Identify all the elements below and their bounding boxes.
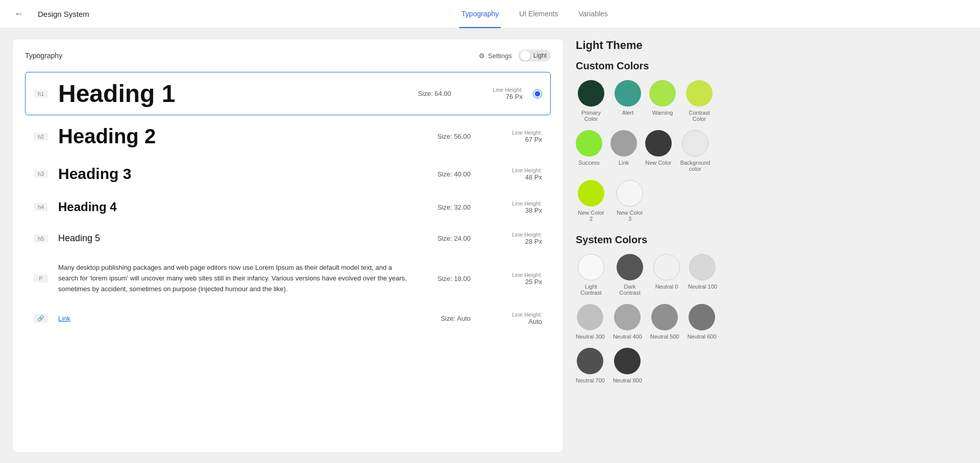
type-row[interactable]: h5Heading 5Size: 24.00Line Height:28 Px bbox=[25, 224, 551, 253]
type-tag: 🔗 bbox=[34, 314, 48, 323]
color-circle bbox=[578, 180, 604, 207]
line-height-value: 38 Px bbox=[491, 207, 542, 214]
type-preview: Heading 4 bbox=[58, 200, 409, 214]
line-height-info: Line Height:67 Px bbox=[491, 130, 542, 143]
color-item[interactable]: Neutral 500 bbox=[650, 304, 679, 340]
custom-colors-title: Custom Colors bbox=[576, 60, 739, 72]
color-item[interactable]: Neutral 300 bbox=[576, 304, 605, 340]
type-preview: Heading 1 bbox=[58, 80, 390, 108]
type-row[interactable]: h1Heading 1Size: 64.00Line Height:76 Px bbox=[25, 72, 551, 115]
row-radio[interactable] bbox=[533, 89, 542, 98]
color-label: Contrast Color bbox=[684, 110, 715, 122]
type-tag: h4 bbox=[34, 203, 48, 211]
color-circle bbox=[645, 130, 672, 157]
line-height-value: 76 Px bbox=[472, 93, 523, 100]
color-label: Neutral 500 bbox=[650, 333, 679, 340]
type-row[interactable]: h3Heading 3Size: 40.00Line Height:48 Px bbox=[25, 158, 551, 190]
line-height-info: Line Height:76 Px bbox=[472, 87, 523, 100]
line-height-label: Line Height: bbox=[491, 272, 542, 278]
color-circle bbox=[649, 80, 676, 107]
type-preview: Heading 2 bbox=[58, 125, 409, 148]
type-preview: Many desktop publishing packages and web… bbox=[58, 263, 409, 294]
color-item[interactable]: Primary Color bbox=[576, 80, 606, 122]
type-row[interactable]: 🔗LinkSize: AutoLine Height:Auto bbox=[25, 304, 551, 333]
type-preview: Link bbox=[58, 315, 409, 322]
type-row[interactable]: PMany desktop publishing packages and we… bbox=[25, 255, 551, 302]
tab-ui-elements[interactable]: UI Elements bbox=[517, 0, 560, 28]
color-item[interactable]: New Color 3 bbox=[615, 180, 645, 222]
line-height-info: Line Height:28 Px bbox=[491, 232, 542, 245]
line-height-info: Line Height:48 Px bbox=[491, 167, 542, 181]
type-tag: h1 bbox=[34, 90, 48, 98]
color-item[interactable]: New Color bbox=[645, 130, 672, 172]
line-height-value: 48 Px bbox=[491, 173, 542, 181]
color-circle bbox=[653, 254, 680, 280]
color-circle bbox=[617, 180, 643, 207]
color-item[interactable]: Light Contrast bbox=[576, 254, 606, 296]
color-item[interactable]: Neutral 0 bbox=[653, 254, 680, 296]
color-item[interactable]: Warning bbox=[649, 80, 676, 122]
system-colors-grid: Light ContrastDark ContrastNeutral 0Neut… bbox=[576, 254, 739, 383]
color-label: Light Contrast bbox=[576, 284, 606, 296]
color-label: Neutral 300 bbox=[576, 333, 605, 340]
color-item[interactable]: Neutral 800 bbox=[613, 348, 642, 383]
back-button[interactable]: ← bbox=[12, 7, 26, 21]
color-item[interactable]: Alert bbox=[615, 80, 641, 122]
type-preview: Heading 3 bbox=[58, 165, 409, 183]
color-label: Neutral 400 bbox=[613, 333, 642, 340]
color-item[interactable]: Contrast Color bbox=[684, 80, 715, 122]
color-circle bbox=[577, 348, 603, 374]
app-title: Design System bbox=[38, 10, 89, 18]
line-height-info: Line Height:Auto bbox=[491, 312, 542, 325]
line-height-value: 25 Px bbox=[491, 278, 542, 286]
line-height-value: 67 Px bbox=[491, 136, 542, 143]
type-size: Size: 32.00 bbox=[409, 203, 471, 211]
color-circle bbox=[682, 130, 708, 157]
system-colors-title: System Colors bbox=[576, 234, 739, 246]
color-label: Link bbox=[619, 160, 629, 166]
typography-panel: Typography ⚙ Settings Light h1Heading 1S… bbox=[12, 39, 564, 453]
color-label: New Color bbox=[645, 160, 671, 166]
color-item[interactable]: Success bbox=[576, 130, 602, 172]
color-circle bbox=[578, 80, 604, 107]
system-colors-section: System Colors Light ContrastDark Contras… bbox=[576, 234, 739, 383]
line-height-label: Line Height: bbox=[491, 312, 542, 318]
toggle-label: Light bbox=[533, 52, 547, 59]
color-label: Alert bbox=[622, 110, 634, 116]
theme-toggle[interactable]: Light bbox=[518, 49, 551, 62]
color-item[interactable]: Neutral 600 bbox=[688, 304, 717, 340]
color-circle bbox=[689, 304, 715, 330]
color-item[interactable]: Neutral 700 bbox=[576, 348, 605, 383]
type-tag: h3 bbox=[34, 170, 48, 178]
color-item[interactable]: Background color bbox=[680, 130, 710, 172]
type-size: Size: 56.00 bbox=[409, 133, 471, 140]
tab-typography[interactable]: Typography bbox=[459, 0, 501, 28]
type-row[interactable]: h2Heading 2Size: 56.00Line Height:67 Px bbox=[25, 117, 551, 156]
color-circle bbox=[610, 130, 637, 157]
color-item[interactable]: Neutral 100 bbox=[688, 254, 717, 296]
settings-button[interactable]: ⚙ Settings bbox=[479, 52, 512, 60]
color-item[interactable]: Neutral 400 bbox=[613, 304, 642, 340]
custom-colors-grid: Primary ColorAlertWarningContrast ColorS… bbox=[576, 80, 739, 222]
color-item[interactable]: Link bbox=[610, 130, 637, 172]
tab-variables[interactable]: Variables bbox=[576, 0, 609, 28]
panel-header: Typography ⚙ Settings Light bbox=[25, 49, 551, 62]
color-label: Primary Color bbox=[576, 110, 606, 122]
color-circle bbox=[615, 80, 641, 107]
line-height-label: Line Height: bbox=[491, 232, 542, 238]
type-size: Size: Auto bbox=[409, 315, 471, 322]
type-preview: Heading 5 bbox=[58, 233, 409, 244]
color-label: Warning bbox=[652, 110, 673, 116]
color-item[interactable]: New Color 2 bbox=[576, 180, 606, 222]
color-label: Success bbox=[578, 160, 600, 166]
line-height-label: Line Height: bbox=[491, 130, 542, 136]
color-label: Neutral 600 bbox=[688, 333, 717, 340]
color-circle bbox=[578, 254, 604, 280]
type-size: Size: 24.00 bbox=[409, 235, 471, 242]
type-row[interactable]: h4Heading 4Size: 32.00Line Height:38 Px bbox=[25, 192, 551, 222]
color-label: Dark Contrast bbox=[615, 284, 645, 296]
color-item[interactable]: Dark Contrast bbox=[615, 254, 645, 296]
type-tag: P bbox=[34, 274, 48, 282]
type-size: Size: 18.00 bbox=[409, 275, 471, 282]
main-layout: Typography ⚙ Settings Light h1Heading 1S… bbox=[0, 29, 980, 463]
